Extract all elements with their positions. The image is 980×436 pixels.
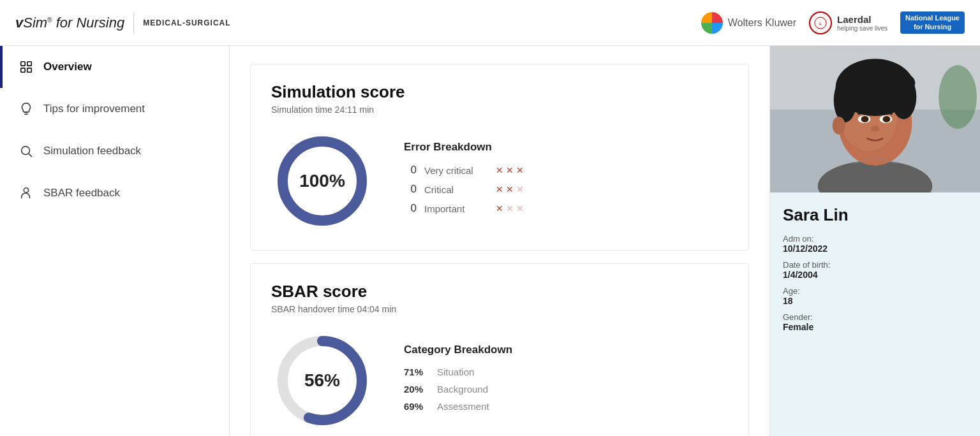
lightbulb-icon — [18, 101, 34, 117]
sidebar-item-sim-feedback-label: Simulation feedback — [43, 145, 141, 157]
cb-pct-background: 20% — [404, 384, 429, 395]
x-icon-9: ✕ — [516, 203, 524, 214]
gender-label: Gender: — [783, 312, 967, 322]
person-icon — [18, 185, 34, 201]
logo-subtitle: MEDICAL-SURGICAL — [143, 18, 230, 27]
svg-point-17 — [939, 65, 977, 129]
laerdal-sublabel: helping save lives — [837, 25, 887, 32]
simulation-score-card: Simulation score Simulation time 24:11 m… — [250, 64, 749, 251]
sidebar-item-sbar-feedback[interactable]: SBAR feedback — [0, 172, 229, 214]
sidebar-item-overview[interactable]: Overview — [0, 46, 229, 88]
sbar-donut: 56% — [271, 330, 373, 432]
logo-area: vSim® for Nursing MEDICAL-SURGICAL — [15, 13, 231, 33]
cb-row-assessment: 69% Assessment — [404, 401, 728, 412]
vsim-logo: vSim® for Nursing — [15, 15, 124, 31]
error-icons-important: ✕ ✕ ✕ — [496, 203, 524, 214]
info-row-dob: Date of birth: 1/4/2004 — [783, 260, 967, 280]
x-icon-7: ✕ — [496, 203, 503, 214]
x-icon-1: ✕ — [496, 165, 503, 175]
sbar-score-card: SBAR score SBAR handover time 04:04 min … — [250, 263, 749, 436]
info-row-age: Age: 18 — [783, 286, 967, 306]
info-row-gender: Gender: Female — [783, 312, 967, 332]
sbar-score-subtitle: SBAR handover time 04:04 min — [271, 304, 728, 314]
search-icon — [18, 143, 34, 159]
laerdal-icon: L — [809, 11, 832, 34]
error-row-critical: 0 Critical ✕ ✕ ✕ — [404, 183, 728, 196]
wk-circle-icon — [701, 12, 723, 34]
cb-row-situation: 71% Situation — [404, 367, 728, 377]
svg-rect-2 — [21, 62, 25, 66]
error-label-important: Important — [424, 203, 488, 214]
x-icon-5: ✕ — [506, 184, 514, 194]
patient-image — [770, 46, 980, 193]
info-row-adm: Adm on: 10/12/2022 — [783, 234, 967, 254]
wk-label: Wolters Kluwer — [728, 17, 796, 29]
simulation-donut-label: 100% — [299, 171, 345, 191]
patient-info: Sara Lin Adm on: 10/12/2022 Date of birt… — [770, 193, 980, 436]
error-breakdown-title: Error Breakdown — [404, 141, 728, 154]
right-panel: Sara Lin Adm on: 10/12/2022 Date of birt… — [769, 46, 980, 436]
patient-avatar — [770, 46, 980, 193]
nln-logo: National League for Nursing — [900, 11, 965, 33]
sidebar-item-sbar-feedback-label: SBAR feedback — [43, 187, 120, 200]
svg-point-28 — [861, 116, 869, 122]
x-icon-6: ✕ — [516, 184, 524, 194]
simulation-donut: 100% — [271, 130, 373, 232]
sidebar-item-tips[interactable]: Tips for improvement — [0, 88, 229, 130]
x-icon-2: ✕ — [506, 165, 514, 175]
sbar-donut-label: 56% — [304, 370, 340, 391]
x-icon-3: ✕ — [516, 165, 524, 175]
content-area: Simulation score Simulation time 24:11 m… — [230, 46, 769, 436]
error-breakdown: Error Breakdown 0 Very critical ✕ ✕ ✕ 0 … — [404, 141, 728, 221]
error-count-important: 0 — [404, 202, 417, 215]
logo-divider — [133, 13, 134, 33]
error-row-very-critical: 0 Very critical ✕ ✕ ✕ — [404, 164, 728, 177]
svg-point-10 — [24, 188, 28, 193]
laerdal-logo: L Laerdal helping save lives — [809, 11, 887, 34]
cb-label-situation: Situation — [437, 367, 474, 377]
sidebar-item-tips-label: Tips for improvement — [43, 103, 145, 115]
category-breakdown: Category Breakdown 71% Situation 20% Bac… — [404, 344, 728, 418]
simulation-score-title: Simulation score — [271, 82, 728, 102]
cb-label-assessment: Assessment — [437, 401, 489, 412]
cb-row-background: 20% Background — [404, 384, 728, 395]
laerdal-label: Laerdal — [837, 14, 887, 25]
svg-point-29 — [882, 116, 890, 122]
svg-rect-5 — [27, 68, 31, 72]
sbar-score-title: SBAR score — [271, 282, 728, 302]
svg-point-24 — [834, 78, 857, 122]
svg-line-9 — [29, 154, 32, 157]
dob-label: Date of birth: — [783, 260, 967, 270]
error-label-very-critical: Very critical — [424, 165, 488, 176]
adm-value: 10/12/2022 — [783, 243, 967, 254]
error-icons-very-critical: ✕ ✕ ✕ — [496, 165, 524, 175]
error-label-critical: Critical — [424, 184, 488, 195]
patient-name: Sara Lin — [783, 205, 967, 225]
wolters-kluwer-logo: Wolters Kluwer — [701, 12, 796, 34]
dob-value: 1/4/2004 — [783, 270, 967, 280]
cb-pct-situation: 71% — [404, 367, 429, 377]
error-count-critical: 0 — [404, 183, 417, 196]
gender-value: Female — [783, 322, 967, 332]
error-icons-critical: ✕ ✕ ✕ — [496, 184, 524, 194]
simulation-score-subtitle: Simulation time 24:11 min — [271, 105, 728, 115]
svg-rect-4 — [21, 68, 25, 72]
main-layout: Overview Tips for improvement Simulation… — [0, 46, 980, 436]
sidebar-item-sim-feedback[interactable]: Simulation feedback — [0, 130, 229, 172]
cb-pct-assessment: 69% — [404, 401, 429, 412]
adm-label: Adm on: — [783, 234, 967, 243]
age-label: Age: — [783, 286, 967, 296]
svg-point-30 — [871, 126, 880, 132]
grid-icon — [18, 59, 34, 75]
x-icon-8: ✕ — [506, 203, 514, 214]
error-row-important: 0 Important ✕ ✕ ✕ — [404, 202, 728, 215]
header: vSim® for Nursing MEDICAL-SURGICAL Wolte… — [0, 0, 980, 46]
sbar-score-body: 56% Category Breakdown 71% Situation 20%… — [271, 330, 728, 432]
simulation-score-body: 100% Error Breakdown 0 Very critical ✕ ✕… — [271, 130, 728, 232]
svg-point-31 — [833, 117, 845, 134]
sidebar: Overview Tips for improvement Simulation… — [0, 46, 230, 436]
x-icon-4: ✕ — [496, 184, 503, 194]
svg-point-25 — [879, 71, 915, 94]
cb-label-background: Background — [437, 384, 488, 395]
error-count-very-critical: 0 — [404, 164, 417, 177]
